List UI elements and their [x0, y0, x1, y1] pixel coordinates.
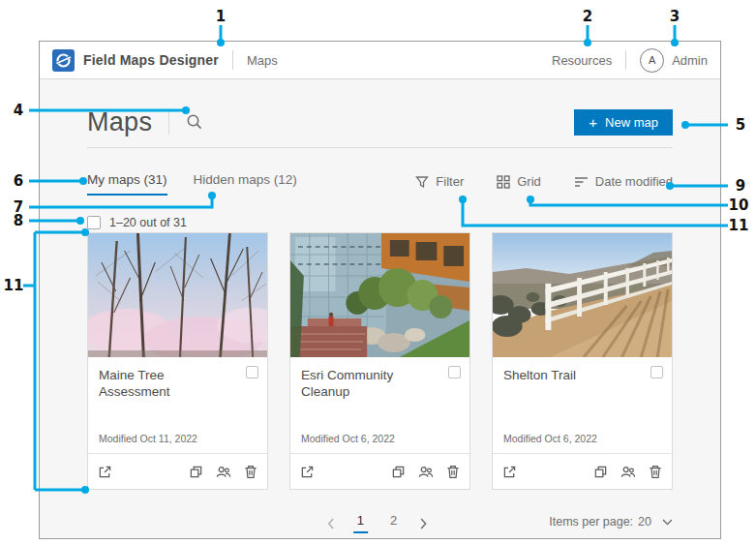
- open-map-icon[interactable]: [502, 465, 517, 479]
- map-card-modified: Modified Oct 6, 2022: [503, 433, 597, 444]
- open-map-icon[interactable]: [98, 465, 112, 479]
- share-group-icon[interactable]: [620, 465, 636, 479]
- callout-6: 6: [14, 172, 23, 190]
- map-card-modified: Modified Oct 6, 2022: [301, 433, 395, 444]
- header-divider: [232, 50, 233, 70]
- callout-5: 5: [736, 116, 745, 134]
- duplicate-icon[interactable]: [391, 465, 406, 479]
- select-all-row: 1–20 out of 31: [87, 215, 673, 230]
- items-per-page-value: 20: [638, 515, 651, 529]
- prev-page-icon[interactable]: [327, 513, 335, 533]
- app-window: Field Maps Designer Maps Resources A Adm…: [39, 41, 721, 539]
- filter-label: Filter: [436, 174, 464, 189]
- card-content: Shelton Trail Modified Oct 6, 2022: [493, 357, 672, 453]
- map-cards-grid: Maine Tree Assessment Modified Oct 11, 2…: [87, 232, 673, 490]
- share-group-icon[interactable]: [418, 465, 434, 479]
- delete-icon[interactable]: [649, 465, 662, 479]
- card-content: Maine Tree Assessment Modified Oct 11, 2…: [88, 357, 267, 453]
- map-card: Esri Community Cleanup Modified Oct 6, 2…: [289, 232, 470, 490]
- map-card-title[interactable]: Esri Community Cleanup: [301, 368, 460, 401]
- card-footer: [88, 453, 267, 489]
- toolbar-separator: [87, 147, 673, 148]
- esri-logo-icon: [52, 49, 75, 72]
- delete-icon[interactable]: [446, 465, 460, 479]
- callout-4: 4: [14, 102, 23, 119]
- app-title: Field Maps Designer: [83, 52, 219, 68]
- tab-my-maps[interactable]: My maps (31): [87, 172, 167, 196]
- map-card-checkbox[interactable]: [246, 366, 258, 378]
- duplicate-icon[interactable]: [189, 465, 203, 479]
- sort-button[interactable]: Date modified: [574, 174, 673, 189]
- duplicate-icon[interactable]: [593, 465, 608, 479]
- callout-8: 8: [14, 212, 23, 229]
- avatar[interactable]: A: [640, 48, 664, 73]
- map-card: Maine Tree Assessment Modified Oct 11, 2…: [87, 232, 268, 490]
- user-menu[interactable]: Admin: [672, 53, 708, 68]
- page-title: Maps: [87, 107, 152, 137]
- map-card: Shelton Trail Modified Oct 6, 2022: [492, 232, 673, 490]
- card-content: Esri Community Cleanup Modified Oct 6, 2…: [290, 357, 469, 453]
- sort-label: Date modified: [595, 174, 673, 189]
- pagination-row: 1 2 Items per page: 20: [87, 513, 673, 538]
- select-all-checkbox[interactable]: [87, 216, 101, 229]
- title-divider: [168, 110, 169, 135]
- search-icon[interactable]: [186, 113, 203, 131]
- map-thumbnail[interactable]: [88, 233, 267, 357]
- callout-3: 3: [670, 8, 680, 25]
- page-2[interactable]: 2: [386, 513, 401, 531]
- callout-9: 9: [736, 177, 745, 195]
- sort-icon: [574, 176, 589, 188]
- grid-icon: [497, 175, 510, 189]
- tab-hidden-maps[interactable]: Hidden maps (12): [194, 172, 297, 196]
- page-1[interactable]: 1: [353, 513, 368, 533]
- filter-button[interactable]: Filter: [415, 174, 464, 189]
- map-card-title[interactable]: Shelton Trail: [503, 368, 662, 384]
- nav-resources[interactable]: Resources: [552, 53, 612, 68]
- next-page-icon[interactable]: [419, 513, 427, 533]
- map-card-checkbox[interactable]: [448, 366, 461, 378]
- pager: 1 2: [327, 513, 427, 533]
- items-per-page-select[interactable]: Items per page: 20: [549, 515, 673, 529]
- page-body: Maps + New map My maps (31) Hidden maps …: [40, 79, 720, 538]
- callout-11-left: 11: [4, 277, 24, 294]
- map-thumbnail[interactable]: [290, 233, 469, 357]
- callout-11-right: 11: [729, 217, 749, 234]
- chevron-down-icon: [662, 519, 673, 526]
- header-divider: [625, 50, 626, 70]
- title-toolbar: Maps + New map: [87, 106, 673, 138]
- plus-icon: +: [589, 115, 597, 130]
- map-card-checkbox[interactable]: [650, 366, 663, 378]
- new-map-button[interactable]: + New map: [574, 109, 673, 136]
- items-per-page-label: Items per page:: [549, 515, 633, 529]
- share-group-icon[interactable]: [216, 465, 231, 479]
- grid-label: Grid: [517, 174, 541, 189]
- map-card-title[interactable]: Maine Tree Assessment: [99, 368, 257, 401]
- results-range-label: 1–20 out of 31: [109, 216, 187, 229]
- map-card-modified: Modified Oct 11, 2022: [99, 433, 197, 444]
- card-footer: [290, 453, 469, 489]
- delete-icon[interactable]: [244, 465, 257, 479]
- list-controls: Filter Grid Date modified: [415, 174, 673, 196]
- callout-10: 10: [729, 196, 749, 214]
- open-map-icon[interactable]: [300, 465, 315, 479]
- app-header: Field Maps Designer Maps Resources A Adm…: [40, 42, 720, 79]
- card-footer: [493, 453, 672, 489]
- tabs-row: My maps (31) Hidden maps (12) Filter Gri…: [87, 172, 673, 196]
- nav-tab-maps[interactable]: Maps: [247, 53, 278, 68]
- new-map-label: New map: [605, 115, 658, 130]
- callout-2: 2: [583, 8, 592, 25]
- map-thumbnail[interactable]: [493, 233, 672, 357]
- callout-1: 1: [216, 8, 226, 25]
- grid-view-button[interactable]: Grid: [497, 174, 541, 189]
- filter-icon: [415, 175, 429, 189]
